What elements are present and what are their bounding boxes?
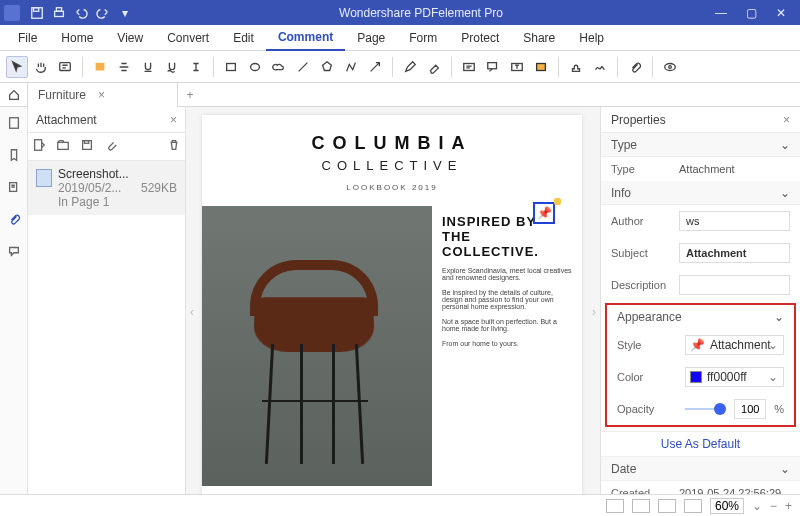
- menu-form[interactable]: Form: [397, 25, 449, 51]
- underline-tool[interactable]: [137, 56, 159, 78]
- doc-heading2: THE COLLECTIVE.: [442, 229, 572, 259]
- close-button[interactable]: ✕: [766, 0, 796, 25]
- menu-file[interactable]: File: [6, 25, 49, 51]
- close-tab-icon[interactable]: ×: [98, 88, 105, 102]
- menu-help[interactable]: Help: [567, 25, 616, 51]
- polygon-tool[interactable]: [316, 56, 338, 78]
- view-facing-icon[interactable]: [658, 499, 676, 513]
- attachment-filename: Screenshot...: [58, 167, 177, 181]
- lbl-style: Style: [617, 339, 679, 351]
- close-properties-icon[interactable]: ×: [783, 113, 790, 127]
- section-type[interactable]: Type⌄: [601, 133, 800, 157]
- note-tool[interactable]: [54, 56, 76, 78]
- style-select[interactable]: 📌Attachment⌄: [685, 335, 784, 355]
- oval-tool[interactable]: [244, 56, 266, 78]
- line-tool[interactable]: [292, 56, 314, 78]
- zoom-input[interactable]: [710, 498, 744, 514]
- menu-page[interactable]: Page: [345, 25, 397, 51]
- svg-point-11: [665, 63, 676, 70]
- link-attachment-icon[interactable]: [104, 138, 118, 155]
- opacity-slider[interactable]: [685, 408, 720, 410]
- signature-tool[interactable]: [589, 56, 611, 78]
- doc-tab-label: Furniture: [38, 88, 86, 102]
- save-attachment-icon[interactable]: [80, 138, 94, 155]
- strikeout-tool[interactable]: [113, 56, 135, 78]
- show-comments-tool[interactable]: [659, 56, 681, 78]
- save-icon[interactable]: [28, 4, 46, 22]
- next-page-icon[interactable]: ›: [588, 297, 600, 327]
- app-icon: [4, 5, 20, 21]
- zoom-in-icon[interactable]: +: [785, 499, 792, 513]
- maximize-button[interactable]: ▢: [736, 0, 766, 25]
- bookmarks-icon[interactable]: [4, 145, 24, 165]
- callout-tool[interactable]: [482, 56, 504, 78]
- menu-share[interactable]: Share: [511, 25, 567, 51]
- menu-comment[interactable]: Comment: [266, 25, 345, 51]
- chevron-down-icon: ⌄: [780, 186, 790, 200]
- add-tab-icon[interactable]: +: [178, 88, 202, 102]
- polyline-tool[interactable]: [340, 56, 362, 78]
- menu-convert[interactable]: Convert: [155, 25, 221, 51]
- menu-home[interactable]: Home: [49, 25, 105, 51]
- doc-para4: From our home to yours.: [442, 340, 572, 347]
- attachment-panel-title: Attachment: [36, 113, 97, 127]
- menu-view[interactable]: View: [105, 25, 155, 51]
- menu-edit[interactable]: Edit: [221, 25, 266, 51]
- view-facing-cont-icon[interactable]: [684, 499, 702, 513]
- rectangle-tool[interactable]: [220, 56, 242, 78]
- attachment-annotation-icon[interactable]: 📌: [533, 202, 555, 224]
- redo-icon[interactable]: [94, 4, 112, 22]
- color-select[interactable]: ff0000ff⌄: [685, 367, 784, 387]
- print-icon[interactable]: [50, 4, 68, 22]
- view-single-icon[interactable]: [606, 499, 624, 513]
- attachment-tool[interactable]: [624, 56, 646, 78]
- eraser-tool[interactable]: [423, 56, 445, 78]
- section-date[interactable]: Date⌄: [601, 457, 800, 481]
- cloud-tool[interactable]: [268, 56, 290, 78]
- chevron-down-icon: ⌄: [768, 338, 778, 352]
- section-appearance[interactable]: Appearance⌄: [607, 305, 794, 329]
- thumbnails-icon[interactable]: [4, 113, 24, 133]
- select-tool[interactable]: [6, 56, 28, 78]
- chevron-down-icon: ⌄: [780, 462, 790, 476]
- svg-rect-2: [55, 11, 64, 16]
- pencil-tool[interactable]: [399, 56, 421, 78]
- menu-protect[interactable]: Protect: [449, 25, 511, 51]
- search-icon[interactable]: [4, 177, 24, 197]
- lbl-subject: Subject: [611, 247, 673, 259]
- open-attachment-icon[interactable]: [56, 138, 70, 155]
- zoom-dropdown-icon[interactable]: ⌄: [752, 499, 762, 513]
- home-tab-icon[interactable]: [0, 83, 28, 107]
- squiggly-tool[interactable]: [161, 56, 183, 78]
- comments-icon[interactable]: [4, 241, 24, 261]
- close-panel-icon[interactable]: ×: [170, 113, 177, 127]
- textbox-tool[interactable]: [458, 56, 480, 78]
- delete-attachment-icon[interactable]: [167, 138, 181, 155]
- author-input[interactable]: [679, 211, 790, 231]
- subject-input[interactable]: [679, 243, 790, 263]
- doc-tab[interactable]: Furniture ×: [28, 83, 178, 107]
- use-as-default-button[interactable]: Use As Default: [601, 431, 800, 457]
- caret-tool[interactable]: [185, 56, 207, 78]
- add-attachment-icon[interactable]: [32, 138, 46, 155]
- chevron-down-icon: ⌄: [768, 370, 778, 384]
- section-info[interactable]: Info⌄: [601, 181, 800, 205]
- stamp-tool[interactable]: [565, 56, 587, 78]
- typewriter-tool[interactable]: [506, 56, 528, 78]
- area-highlight-tool[interactable]: [530, 56, 552, 78]
- opacity-input[interactable]: [734, 399, 766, 419]
- zoom-out-icon[interactable]: −: [770, 499, 777, 513]
- prev-page-icon[interactable]: ‹: [186, 297, 198, 327]
- undo-icon[interactable]: [72, 4, 90, 22]
- view-continuous-icon[interactable]: [632, 499, 650, 513]
- minimize-button[interactable]: —: [706, 0, 736, 25]
- hand-tool[interactable]: [30, 56, 52, 78]
- attachment-item[interactable]: Screenshot... 2019/05/2...529KB In Page …: [28, 161, 185, 215]
- description-input[interactable]: [679, 275, 790, 295]
- attachments-icon[interactable]: [4, 209, 24, 229]
- lbl-color: Color: [617, 371, 679, 383]
- dropdown-icon[interactable]: ▾: [116, 4, 134, 22]
- document-viewer[interactable]: ‹ › COLUMBIA COLLECTIVE LOOKBOOK 2019: [186, 107, 600, 516]
- arrow-tool[interactable]: [364, 56, 386, 78]
- highlight-tool[interactable]: [89, 56, 111, 78]
